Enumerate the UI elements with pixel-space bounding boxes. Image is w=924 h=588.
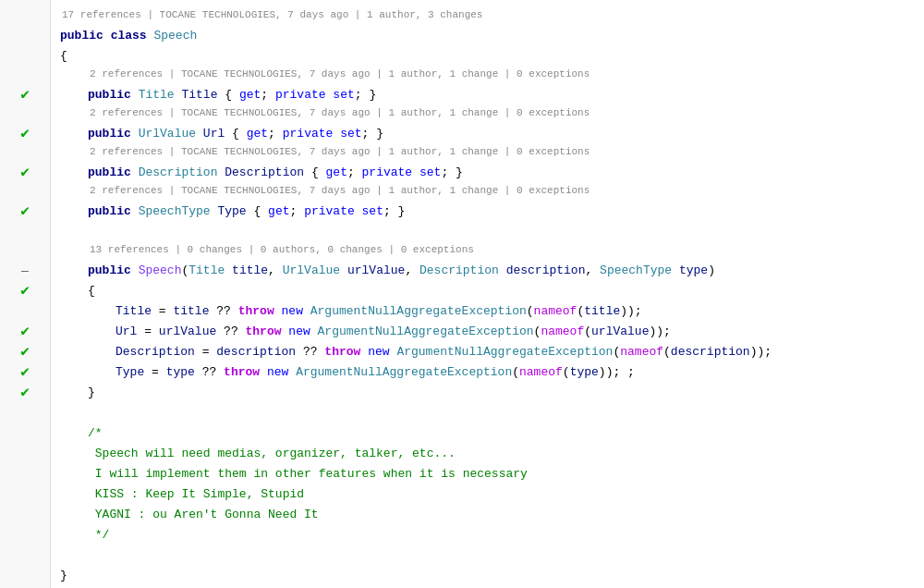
title-property: public Title Title { get; private set; } xyxy=(60,85,924,105)
code-area: 17 references | TOCANE TECHNOLOGIES, 7 d… xyxy=(51,0,924,588)
ctor-close-brace: } xyxy=(60,383,924,403)
gutter-row xyxy=(0,403,50,423)
ctor-meta: 13 references | 0 changes | 0 authors, 0… xyxy=(90,242,924,261)
keyword-class: class xyxy=(111,26,147,46)
gutter-row xyxy=(0,26,50,46)
checkmark-icon: ✔ xyxy=(20,284,30,299)
type-meta: 2 references | TOCANE TECHNOLOGIES, 7 da… xyxy=(90,183,924,202)
title-meta: 2 references | TOCANE TECHNOLOGIES, 7 da… xyxy=(90,67,924,85)
gutter-row xyxy=(0,301,50,322)
comment-close: */ xyxy=(60,525,924,545)
gutter: ✔ ✔ ✔ ✔ — ✔ ✔ ✔ ✔ ✔ xyxy=(0,0,51,588)
ctor-open-brace: { xyxy=(60,281,924,301)
constructor-declaration: public Speech(Title title, UrlValue urlV… xyxy=(60,261,924,281)
class-close-brace: } xyxy=(60,566,924,586)
blank-line-3 xyxy=(60,545,924,566)
keyword-public: public xyxy=(60,26,103,46)
comment-line-3: KISS : Keep It Simple, Stupid xyxy=(60,484,924,505)
throw-keyword-2: throw xyxy=(246,322,282,342)
checkmark-icon: ✔ xyxy=(20,204,30,219)
gutter-check-type-assign: ✔ xyxy=(0,383,50,403)
checkmark-icon: ✔ xyxy=(20,127,30,141)
comment-line-1: Speech will need medias, organizer, talk… xyxy=(60,444,924,464)
blank-line xyxy=(60,222,924,242)
type-property: public SpeechType Type { get; private se… xyxy=(60,202,924,222)
comment-line-4: YAGNI : ou Aren't Gonna Need It xyxy=(60,505,924,525)
checkmark-icon: ✔ xyxy=(20,386,30,400)
class-open-brace: { xyxy=(60,46,924,67)
gutter-check-ctor: ✔ xyxy=(0,281,50,301)
code-container: ✔ ✔ ✔ ✔ — ✔ ✔ ✔ ✔ ✔ 17 references | TOCA… xyxy=(0,0,924,588)
gutter-row xyxy=(0,222,50,242)
comment-line-2: I will implement them in other features … xyxy=(60,464,924,484)
blank-line-2 xyxy=(60,403,924,423)
title-assignment: Title = title ?? throw new ArgumentNullA… xyxy=(60,301,924,322)
checkmark-icon: ✔ xyxy=(20,325,30,339)
gutter-row xyxy=(0,46,50,67)
top-meta: 17 references | TOCANE TECHNOLOGIES, 7 d… xyxy=(62,7,924,26)
url-property: public UrlValue Url { get; private set; … xyxy=(60,124,924,144)
checkmark-icon: ✔ xyxy=(20,365,30,380)
gutter-check-type: ✔ xyxy=(0,202,50,222)
gutter-check-desc: ✔ xyxy=(0,163,50,183)
url-meta: 2 references | TOCANE TECHNOLOGIES, 7 da… xyxy=(90,105,924,124)
desc-property: public Description Description { get; pr… xyxy=(60,163,924,183)
url-assignment: Url = urlValue ?? throw new ArgumentNull… xyxy=(60,322,924,342)
throw-keyword-3: throw xyxy=(324,342,360,362)
checkmark-icon: ✔ xyxy=(20,88,30,103)
gutter-check-url: ✔ xyxy=(0,124,50,144)
throw-keyword-4: throw xyxy=(224,362,260,383)
desc-meta: 2 references | TOCANE TECHNOLOGIES, 7 da… xyxy=(90,144,924,163)
desc-assignment: Description = description ?? throw new A… xyxy=(60,342,924,362)
gutter-check-desc-assign: ✔ xyxy=(0,362,50,383)
type-assignment: Type = type ?? throw new ArgumentNullAgg… xyxy=(60,362,924,383)
gutter-check-title: ✔ xyxy=(0,85,50,105)
checkmark-icon: ✔ xyxy=(20,345,30,360)
gutter-dash: — xyxy=(0,261,50,281)
class-declaration: public class Speech xyxy=(60,26,924,46)
comment-open: /* xyxy=(60,423,924,444)
class-name: Speech xyxy=(153,26,197,46)
throw-keyword-1: throw xyxy=(238,301,274,322)
checkmark-icon: ✔ xyxy=(20,165,30,180)
gutter-check-url-assign: ✔ xyxy=(0,342,50,362)
gutter-check-title-assign: ✔ xyxy=(0,322,50,342)
dash-icon: — xyxy=(0,261,50,281)
